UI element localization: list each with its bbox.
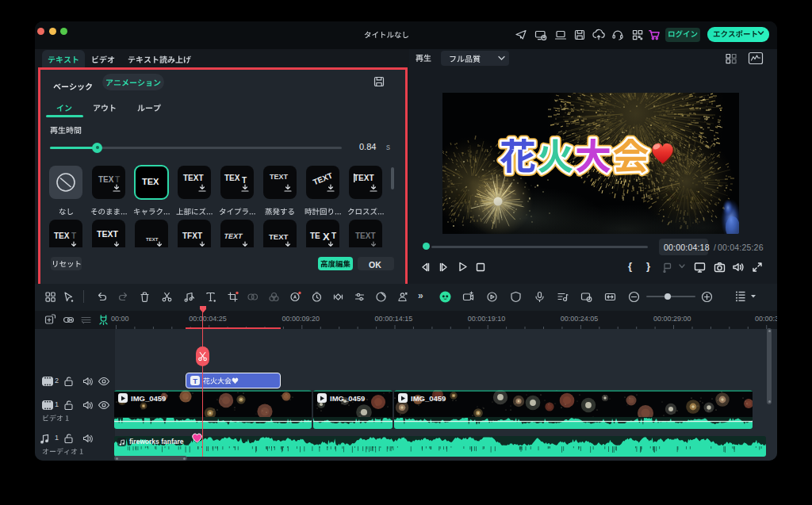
svg-text:TEXT: TEXT (269, 232, 288, 241)
svg-text:T: T (71, 231, 76, 240)
svg-text:T: T (242, 176, 247, 185)
svg-text:TEXT: TEXT (270, 173, 289, 181)
svg-text:TEXT: TEXT (183, 174, 204, 182)
svg-text:TEXT: TEXT (312, 171, 334, 187)
svg-text:TEX: TEX (142, 177, 159, 186)
svg-text:TEX: TEX (224, 174, 240, 182)
svg-text:TEXT: TEXT (97, 229, 118, 239)
svg-text:T: T (331, 231, 336, 240)
svg-text:TEXT: TEXT (355, 231, 376, 240)
svg-text:T: T (115, 175, 120, 184)
svg-text:TEX: TEX (98, 175, 114, 184)
svg-text:TEXT: TEXT (146, 237, 159, 242)
svg-text:X: X (323, 231, 330, 243)
svg-text:TEX: TEX (54, 231, 70, 240)
svg-text:TEXT: TEXT (223, 232, 243, 240)
svg-text:TE: TE (310, 231, 320, 240)
svg-text:TFXT: TFXT (182, 231, 202, 240)
svg-text:TEXT: TEXT (354, 174, 374, 182)
